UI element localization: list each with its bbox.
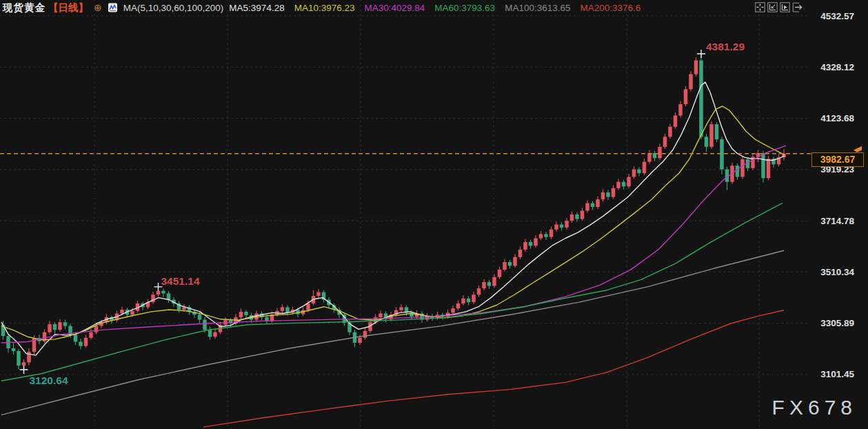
y-axis-label: 3510.34 — [820, 267, 854, 277]
ma-settings-label[interactable]: MA(5,10,30,60,100,200) — [123, 3, 224, 13]
high-marker-cross — [697, 50, 705, 58]
candle-body — [239, 312, 243, 317]
candle-body — [705, 137, 709, 147]
candle-body — [12, 348, 16, 351]
candle-body — [363, 331, 367, 338]
candle-body — [508, 262, 512, 266]
candle-body — [627, 177, 631, 186]
candle-body — [492, 277, 496, 286]
candle-body — [518, 250, 523, 257]
candle-body — [612, 188, 616, 197]
ma-line-ma5 — [1, 82, 785, 355]
candle-body — [229, 320, 233, 323]
y-axis-label: 3305.89 — [820, 318, 854, 328]
candle-body — [601, 192, 605, 199]
candle-body — [157, 291, 161, 295]
candle-body — [513, 257, 517, 266]
candle-body — [89, 332, 93, 338]
candle-body — [203, 320, 207, 330]
candle-body — [761, 153, 765, 178]
candle-body — [451, 308, 455, 312]
candle-body — [456, 303, 461, 308]
candle-body — [591, 203, 595, 207]
chart-play-icon[interactable] — [780, 2, 790, 12]
candle-body — [637, 170, 641, 173]
candle-body — [316, 292, 321, 296]
mini-chart-icon[interactable] — [108, 3, 118, 12]
candle-body — [674, 115, 678, 126]
candle-body — [544, 234, 548, 237]
candle-body — [17, 351, 21, 366]
ma-legend-item: MA5:3974.28 — [229, 3, 284, 13]
candle-body — [529, 242, 533, 246]
crosshair-icon[interactable] — [755, 2, 765, 12]
candle-body — [472, 295, 476, 302]
last-price-value: 3982.67 — [820, 154, 856, 165]
chart-prev-icon[interactable] — [767, 2, 778, 12]
candle-body — [477, 288, 481, 295]
period-label[interactable]: 【日线】 — [48, 1, 88, 14]
ma-line-ma100 — [1, 250, 784, 415]
candle-body — [48, 324, 52, 332]
candle-body — [130, 311, 134, 315]
candle-body — [581, 211, 585, 219]
ma-legend: MA5:3974.28MA10:3976.23MA30:4029.84MA60:… — [229, 3, 640, 13]
candle-body — [213, 332, 217, 337]
price-flag-icon — [854, 146, 862, 152]
candle-body — [647, 153, 652, 162]
candle-body — [554, 224, 558, 229]
candle-body — [632, 170, 636, 177]
y-axis-label: 4123.68 — [820, 113, 854, 123]
candle-body — [534, 238, 538, 246]
candle-body — [285, 307, 290, 312]
candle-body — [699, 61, 703, 137]
chart-header: 现货黄金 【日线】 ⊕ MA(5,10,30,60,100,200) MA5:3… — [0, 0, 868, 15]
ma-line-ma60 — [1, 203, 783, 381]
candle-body — [663, 137, 667, 147]
candle-body — [585, 203, 589, 211]
candle-body — [643, 162, 647, 173]
chart-canvas[interactable]: 3120.643451.144381.294532.574328.124123.… — [0, 0, 868, 429]
instrument-title: 现货黄金 — [3, 1, 46, 14]
price-annotation: 4381.29 — [706, 41, 745, 52]
candle-body — [74, 335, 78, 341]
candle-body — [120, 310, 124, 313]
ma-legend-item: MA30:4029.84 — [364, 3, 425, 13]
candle-body — [560, 224, 564, 227]
candle-body — [58, 322, 62, 330]
candle-body — [53, 324, 57, 330]
low-marker-cross — [20, 366, 28, 374]
candle-body — [358, 338, 362, 343]
candle-body — [570, 214, 574, 221]
candle-body — [606, 192, 610, 197]
candle-body — [379, 313, 383, 317]
candle-body — [549, 230, 554, 237]
candle-body — [678, 104, 683, 115]
export-icon[interactable] — [792, 2, 803, 12]
candle-body — [161, 291, 165, 294]
candle-body — [167, 293, 171, 299]
ma-line-ma200 — [203, 310, 784, 427]
candle-body — [575, 214, 579, 219]
candle-body — [565, 221, 569, 228]
candle-body — [487, 282, 492, 286]
candle-body — [63, 322, 68, 326]
price-annotation: 3120.64 — [30, 375, 68, 386]
candle-body — [668, 127, 672, 137]
candle-body — [482, 282, 486, 288]
ma-legend-item: MA100:3613.65 — [505, 3, 570, 13]
candle-body — [244, 312, 248, 315]
candle-body — [616, 182, 620, 188]
candle-body — [94, 326, 99, 332]
ma-line-ma30 — [1, 146, 786, 343]
candle-body — [198, 315, 202, 319]
candle-body — [715, 124, 719, 139]
candle-body — [208, 330, 212, 337]
watermark-logo: FX678 — [772, 396, 857, 419]
circle-plus-icon[interactable]: ⊕ — [94, 2, 102, 13]
candle-body — [84, 338, 88, 346]
candle-body — [467, 299, 471, 302]
candle-body — [461, 299, 465, 303]
candle-body — [689, 74, 693, 90]
trading-chart-window: 3120.643451.144381.294532.574328.124123.… — [0, 0, 868, 429]
